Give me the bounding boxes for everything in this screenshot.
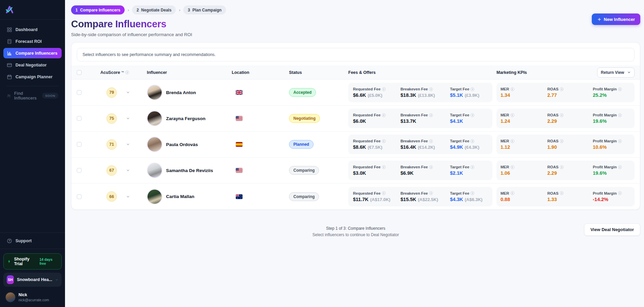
info-icon[interactable] <box>471 87 474 91</box>
sidebar-bottom: Support Shopify Trial 14 days free SH Sn… <box>0 232 65 307</box>
table-row: 75 Zarayna Ferguson Negotiating Requeste… <box>71 106 640 132</box>
breakeven-fee: $6.9K <box>400 170 414 176</box>
users-icon <box>7 93 11 99</box>
target-fee: $4.9K <box>450 144 463 150</box>
main-content: 1 Compare Influencers › 2 Negotiate Deal… <box>65 0 644 307</box>
info-icon[interactable] <box>471 191 474 195</box>
acuscore-badge: 66 <box>106 191 117 202</box>
info-icon[interactable] <box>471 139 474 143</box>
info-icon[interactable] <box>429 87 433 91</box>
acuscore-badge: 71 <box>106 139 117 150</box>
info-icon[interactable] <box>618 113 622 117</box>
row-checkbox[interactable] <box>77 194 82 199</box>
chevron-down-icon[interactable] <box>126 195 130 199</box>
info-icon[interactable] <box>618 139 622 143</box>
column-influencer: Influencer <box>147 70 232 75</box>
info-icon[interactable] <box>511 113 514 117</box>
info-icon[interactable] <box>560 165 564 169</box>
sidebar-item-label: Find Influencers <box>14 91 39 101</box>
plus-icon <box>597 17 602 22</box>
user-name: Nick <box>19 292 49 297</box>
column-status: Status <box>289 70 348 75</box>
table-row: 67 Samantha De Reviziis Comparing Reques… <box>71 158 640 184</box>
workspace-selector[interactable]: SH Snowboard Hea... <box>3 273 62 287</box>
info-icon[interactable] <box>511 87 514 91</box>
return-view-select[interactable]: Return View <box>597 67 635 78</box>
step-plan-campaign[interactable]: 3 Plan Campaign <box>183 5 226 15</box>
info-icon[interactable] <box>471 165 474 169</box>
info-icon[interactable] <box>511 165 514 169</box>
chevron-down-icon <box>627 71 631 74</box>
info-icon[interactable] <box>511 139 514 143</box>
chevron-down-icon[interactable] <box>126 116 130 120</box>
target-fee: $5.1K <box>450 92 463 98</box>
sidebar: Dashboard Forecast ROI Compare Influence… <box>0 0 65 307</box>
info-icon[interactable] <box>618 191 622 195</box>
chevron-down-icon[interactable] <box>126 142 130 146</box>
column-marketing-kpis: Marketing KPIs <box>496 70 527 75</box>
breakeven-fee: $15.5K <box>400 197 416 202</box>
sidebar-item-label: Campaign Planner <box>15 75 53 79</box>
target-fee: $2.1K <box>450 170 463 176</box>
select-all-checkbox[interactable] <box>77 70 82 75</box>
sidebar-item-find-influencers[interactable]: Find Influencers SOON <box>3 90 62 101</box>
sidebar-item-forecast-roi[interactable]: Forecast ROI <box>3 36 62 47</box>
kpi-panel: MER 0.88 ROAS 1.33 Profit Margin -14.2% <box>496 187 635 206</box>
footer: Step 1 of 3: Compare Influencers Select … <box>71 223 640 247</box>
info-icon[interactable] <box>560 113 564 117</box>
help-circle-icon <box>7 238 12 244</box>
fees-panel: Requested Fee $6.0K Breakeven Fee $13.7K… <box>348 109 492 128</box>
user-menu[interactable]: Nick nick@acurrate.com <box>0 289 65 307</box>
sidebar-item-campaign-planner[interactable]: Campaign Planner <box>3 72 62 82</box>
sidebar-item-dashboard[interactable]: Dashboard <box>3 24 62 35</box>
acuscore-badge: 79 <box>106 87 117 98</box>
row-checkbox[interactable] <box>77 116 82 121</box>
row-checkbox[interactable] <box>77 90 82 95</box>
target-fee: $4.3K <box>450 197 463 202</box>
info-icon[interactable] <box>382 87 386 91</box>
shopify-trial-banner[interactable]: Shopify Trial 14 days free <box>3 253 62 270</box>
info-icon[interactable] <box>618 87 622 91</box>
info-icon[interactable] <box>471 113 474 117</box>
status-badge: Comparing <box>289 166 319 175</box>
info-icon[interactable] <box>560 191 564 195</box>
view-deal-negotiator-button[interactable]: View Deal Negotiator <box>584 223 640 236</box>
info-icon[interactable] <box>382 191 386 195</box>
info-icon[interactable] <box>560 87 564 91</box>
chevron-down-icon[interactable] <box>126 168 130 172</box>
table-header: AcuScore™ Influencer Location Status Fee… <box>71 65 640 80</box>
soon-badge: SOON <box>42 93 58 99</box>
flag-us-icon <box>236 168 243 173</box>
breakeven-fee: $18.3K <box>400 92 416 98</box>
influencer-name: Brenda Anton <box>166 90 196 95</box>
info-icon[interactable] <box>429 191 433 195</box>
avatar <box>147 85 162 100</box>
info-icon[interactable] <box>382 165 386 169</box>
row-checkbox[interactable] <box>77 168 82 173</box>
info-icon[interactable] <box>382 113 386 117</box>
sidebar-item-support[interactable]: Support <box>3 235 62 246</box>
sidebar-item-compare-influencers[interactable]: Compare Influencers <box>3 48 62 58</box>
chevron-right-icon: › <box>179 7 180 12</box>
info-icon[interactable] <box>618 165 622 169</box>
chevron-down-icon[interactable] <box>126 90 130 94</box>
influencer-name: Paula Ordovás <box>166 142 198 147</box>
step-negotiate-deals[interactable]: 2 Negotiate Deals <box>132 5 176 15</box>
info-icon[interactable] <box>382 139 386 143</box>
avatar <box>147 111 162 126</box>
requested-fee: $8.6K <box>353 144 366 150</box>
info-icon[interactable] <box>429 113 433 117</box>
info-icon[interactable] <box>511 191 514 195</box>
info-icon[interactable] <box>560 139 564 143</box>
step-compare-influencers[interactable]: 1 Compare Influencers <box>71 5 125 15</box>
new-influencer-button[interactable]: New Influencer <box>592 13 640 25</box>
workspace-avatar: SH <box>7 275 14 284</box>
info-icon[interactable] <box>429 139 433 143</box>
info-icon[interactable] <box>429 165 433 169</box>
sidebar-item-label: Deal Negotiator <box>15 63 46 67</box>
row-checkbox[interactable] <box>77 142 82 147</box>
info-icon[interactable] <box>125 71 129 74</box>
breakeven-fee: $13.7K <box>400 118 416 124</box>
sidebar-item-deal-negotiator[interactable]: Deal Negotiator <box>3 60 62 70</box>
sidebar-item-label: Dashboard <box>15 27 37 32</box>
